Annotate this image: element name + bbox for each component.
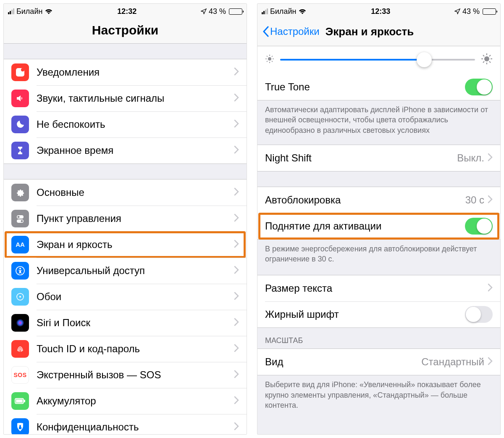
nav-header: Настройки: [4, 19, 247, 44]
dnd-icon: [11, 116, 29, 133]
row-nightshift[interactable]: Night Shift Выкл.: [257, 145, 500, 171]
svg-point-10: [19, 296, 21, 298]
display-settings-list[interactable]: True Tone Автоматически адаптировать дис…: [257, 46, 500, 434]
location-icon: [201, 8, 207, 14]
truetone-footer: Автоматически адаптировать дисплей iPhon…: [257, 100, 500, 137]
carrier-label: Билайн: [270, 7, 296, 16]
status-bar: Билайн 12:32 43 %: [4, 4, 247, 19]
statusbar-time: 12:33: [371, 7, 390, 16]
sounds-icon: [11, 90, 29, 107]
settings-list[interactable]: Уведомления Звуки, тактильные сигналы Не…: [4, 44, 247, 434]
chevron-right-icon: [234, 422, 239, 432]
chevron-right-icon: [234, 266, 239, 276]
row-dnd[interactable]: Не беспокоить: [4, 111, 247, 137]
brightness-slider-row: [257, 46, 500, 74]
svg-point-3: [18, 216, 20, 218]
svg-point-15: [268, 57, 271, 61]
svg-rect-13: [16, 399, 23, 403]
bold-toggle[interactable]: [465, 306, 493, 323]
control-center-icon: [11, 210, 29, 227]
chevron-right-icon: [488, 195, 493, 205]
chevron-right-icon: [234, 396, 239, 406]
sun-large-icon: [481, 53, 493, 66]
svg-line-20: [267, 56, 268, 57]
chevron-right-icon: [234, 145, 239, 156]
carrier-label: Билайн: [16, 7, 42, 16]
accessibility-icon: [11, 262, 29, 280]
svg-line-21: [272, 61, 273, 62]
general-icon: [11, 184, 29, 201]
page-title: Экран и яркость: [326, 25, 414, 38]
chevron-right-icon: [234, 240, 239, 250]
chevron-right-icon: [488, 153, 493, 163]
notifications-icon: [11, 63, 29, 81]
wifi-icon: [45, 8, 53, 14]
signal-icon: [8, 8, 14, 14]
battery-pct: 43 %: [462, 7, 480, 16]
svg-line-30: [489, 61, 491, 63]
svg-point-11: [16, 319, 24, 327]
svg-line-29: [483, 55, 484, 56]
chevron-right-icon: [234, 214, 239, 224]
row-autolock[interactable]: Автоблокировка 30 с: [257, 187, 500, 213]
row-screentime[interactable]: Экранное время: [4, 137, 247, 164]
row-boldtext[interactable]: Жирный шрифт: [257, 301, 500, 327]
row-sos[interactable]: SOS Экстренный вызов — SOS: [4, 362, 247, 388]
svg-point-8: [19, 268, 21, 269]
chevron-right-icon: [234, 344, 239, 354]
row-privacy[interactable]: Конфиденциальность: [4, 414, 247, 434]
row-siri[interactable]: Siri и Поиск: [4, 310, 247, 336]
row-sounds[interactable]: Звуки, тактильные сигналы: [4, 85, 247, 111]
chevron-right-icon: [488, 357, 493, 367]
row-battery[interactable]: Аккумулятор: [4, 388, 247, 414]
siri-icon: [11, 314, 29, 332]
display-brightness-screen: Билайн 12:33 43 % Настройки Экран и ярко…: [257, 3, 501, 435]
chevron-right-icon: [234, 370, 239, 380]
svg-line-31: [489, 55, 491, 56]
row-raise-to-wake[interactable]: Поднятие для активации: [257, 213, 500, 239]
battery-icon: [483, 8, 496, 15]
battery-icon: [229, 8, 242, 15]
svg-point-5: [21, 220, 23, 222]
row-display-brightness[interactable]: AA Экран и яркость: [4, 232, 247, 258]
page-title: Настройки: [9, 23, 242, 37]
battery-icon: [11, 392, 29, 410]
autolock-footer: В режиме энергосбережения для автоблокир…: [257, 240, 500, 266]
display-icon: AA: [11, 236, 29, 253]
status-bar: Билайн 12:33 43 %: [257, 4, 500, 19]
svg-line-32: [483, 61, 484, 63]
chevron-right-icon: [234, 67, 239, 77]
sos-icon: SOS: [11, 366, 29, 384]
row-view[interactable]: Вид Стандартный: [257, 349, 500, 375]
chevron-right-icon: [234, 292, 239, 302]
nav-header: Настройки Экран и яркость: [257, 19, 500, 46]
svg-rect-14: [24, 400, 25, 402]
privacy-icon: [11, 418, 29, 434]
row-notifications[interactable]: Уведомления: [4, 59, 247, 85]
svg-line-23: [267, 61, 268, 62]
brightness-slider[interactable]: [280, 53, 475, 66]
row-textsize[interactable]: Размер текста: [257, 275, 500, 301]
chevron-right-icon: [234, 187, 239, 198]
row-accessibility[interactable]: Универсальный доступ: [4, 258, 247, 284]
truetone-toggle[interactable]: [465, 79, 493, 95]
touchid-icon: [11, 340, 29, 358]
zoom-footer: Выберите вид для iPhone: «Увеличенный» п…: [257, 375, 500, 412]
signal-icon: [262, 8, 268, 14]
raise-to-wake-toggle[interactable]: [465, 218, 493, 235]
svg-point-1: [21, 68, 24, 71]
sun-small-icon: [265, 54, 274, 65]
back-button[interactable]: Настройки: [262, 26, 320, 37]
wifi-icon: [298, 8, 307, 14]
row-wallpaper[interactable]: Обои: [4, 284, 247, 310]
settings-root-screen: Билайн 12:32 43 % Настройки Уведомления: [3, 3, 247, 435]
wallpaper-icon: [11, 288, 29, 306]
battery-pct: 43 %: [209, 7, 226, 16]
row-truetone[interactable]: True Tone: [257, 74, 500, 100]
row-general[interactable]: Основные: [4, 179, 247, 206]
screentime-icon: [11, 142, 29, 159]
svg-line-22: [272, 56, 273, 57]
chevron-right-icon: [234, 93, 239, 103]
row-controlcenter[interactable]: Пункт управления: [4, 206, 247, 232]
row-touchid[interactable]: Touch ID и код-пароль: [4, 336, 247, 362]
